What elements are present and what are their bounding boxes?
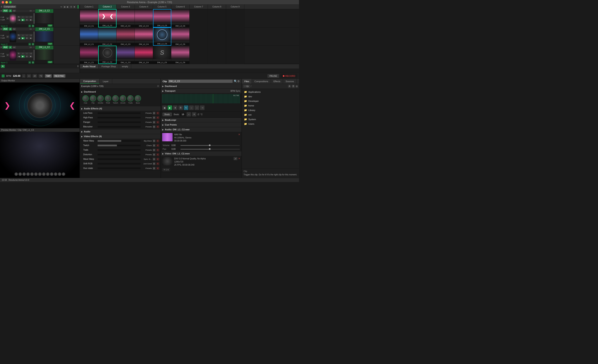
effect-high-pass-b-btn[interactable]: B bbox=[153, 116, 156, 119]
layer2-bwd-btn[interactable]: → bbox=[25, 34, 29, 37]
effect-bitcrusher-b-btn[interactable]: B bbox=[153, 125, 156, 128]
effect-trails-bar[interactable] bbox=[98, 149, 141, 151]
clip-l3c3[interactable]: DW_L3_C3 bbox=[116, 9, 135, 27]
volume-slider-thumb[interactable] bbox=[209, 145, 211, 146]
effect-wave-warp-1-preset[interactable]: Big Wave bbox=[141, 140, 152, 142]
layer1-back-btn[interactable]: ◀ bbox=[17, 55, 21, 58]
effect-low-pass-x-btn[interactable]: ✕ bbox=[156, 112, 159, 114]
effect-trails[interactable]: Trails Presets B ✕ bbox=[80, 148, 160, 152]
files-tab-effects[interactable]: Effects bbox=[271, 79, 283, 84]
audio-remove-btn[interactable]: ✕ bbox=[238, 133, 240, 136]
effect-trails-preset[interactable]: Presets bbox=[141, 149, 152, 151]
nav-pause[interactable]: ⏸ bbox=[70, 5, 73, 8]
minimize-button[interactable] bbox=[5, 1, 8, 4]
files-up-btn[interactable]: ↑ Up bbox=[243, 85, 250, 88]
effect-trails-x-btn[interactable]: ✕ bbox=[156, 149, 159, 152]
effect-low-pass-b-btn[interactable]: B bbox=[153, 112, 156, 114]
effect-twitch-x-btn[interactable]: ✕ bbox=[156, 144, 159, 147]
col-header-7[interactable]: Column 7 bbox=[190, 5, 208, 9]
effect-distortion[interactable]: Distortion Presets B ✕ bbox=[80, 152, 160, 157]
nav-stop[interactable]: ■ bbox=[73, 5, 76, 8]
tab-footage-shop[interactable]: Footage Shop bbox=[99, 64, 119, 68]
beats-minus-btn[interactable]: - bbox=[187, 112, 191, 116]
effect-distortion-x-btn[interactable]: ✕ bbox=[156, 153, 159, 156]
clip-beatloopr-header[interactable]: ▶ BeatLoopr bbox=[161, 118, 241, 122]
layer3-pause-btn[interactable]: ⏸ bbox=[25, 19, 29, 21]
clip-transport-header[interactable]: ▶ Transport BPM Sync bbox=[161, 89, 241, 93]
effect-high-pass-preset[interactable]: Presets bbox=[141, 117, 152, 119]
layer2-b-btn[interactable]: B bbox=[32, 43, 34, 45]
bpm-plus-btn[interactable]: + bbox=[27, 74, 31, 78]
layer2-pause-btn[interactable]: ⏸ bbox=[25, 37, 29, 40]
layer1-vol-slider[interactable] bbox=[33, 50, 35, 60]
clip-cue-header[interactable]: ▶ Cue Points bbox=[161, 122, 241, 127]
bpm-resync-btn[interactable]: RESYNC bbox=[53, 74, 66, 78]
video-remove-btn[interactable]: ✕ bbox=[238, 157, 240, 160]
files-grid-btn[interactable]: ⊞ bbox=[296, 85, 298, 88]
col-header-3[interactable]: Column 3 bbox=[116, 5, 135, 9]
clip-l1c8[interactable] bbox=[208, 46, 226, 64]
layer2-play-btn[interactable]: ▶ bbox=[21, 37, 25, 40]
clip-l2c6[interactable]: DW_L2_C6 bbox=[171, 27, 190, 46]
layer1-b-btn[interactable]: B bbox=[32, 61, 34, 64]
effect-wave-warp-2-preset[interactable]: Sync. D... bbox=[141, 158, 152, 160]
clip-l3c1[interactable]: DW_L3_C1 bbox=[80, 9, 98, 27]
effect-distortion-b-btn[interactable]: B bbox=[153, 153, 156, 156]
effect-twitch[interactable]: Twitch Chaos B ✕ bbox=[80, 143, 160, 148]
layer2-v-btn[interactable]: V bbox=[6, 35, 9, 38]
clip-l3c5[interactable]: DW_L3_C5 bbox=[153, 9, 171, 27]
clip-l1c3[interactable]: DW_L1_C3 bbox=[116, 46, 135, 64]
files-tab-files[interactable]: Files bbox=[242, 79, 252, 84]
col-header-8[interactable]: Column 8 bbox=[208, 5, 226, 9]
files-a-btn[interactable]: A bbox=[288, 85, 291, 88]
layer2-loop-btn[interactable]: ↻ bbox=[17, 34, 21, 37]
effect-flanger-b-btn[interactable]: B bbox=[153, 121, 156, 124]
effect-flanger-preset[interactable]: Presets bbox=[141, 121, 152, 123]
layer2-add-btn[interactable]: Add bbox=[2, 27, 8, 31]
clip-l1c4[interactable]: DW_L1_C4 bbox=[135, 46, 153, 64]
close-button[interactable] bbox=[2, 1, 4, 4]
effect-high-pass[interactable]: High-Pass Presets B ✕ bbox=[80, 115, 160, 120]
maximize-button[interactable] bbox=[9, 1, 12, 4]
knob-hue-control[interactable] bbox=[83, 95, 89, 101]
record-btn[interactable]: RECORD bbox=[281, 74, 297, 78]
effect-shift-rgb-x-btn[interactable]: ✕ bbox=[156, 162, 159, 165]
layer2-av-btn[interactable]: AV bbox=[12, 28, 16, 31]
clip-search-btn[interactable]: 🔍 bbox=[234, 80, 237, 83]
layer3-loop-btn[interactable]: ↻ bbox=[17, 16, 21, 18]
effect-shift-rgb-bar[interactable] bbox=[98, 163, 141, 165]
layer1-stop-btn[interactable]: ■ bbox=[29, 55, 33, 58]
file-dev[interactable]: 📁 dev bbox=[242, 94, 299, 99]
effect-shift-rgb-b-btn[interactable]: B bbox=[153, 162, 156, 165]
pan-slider-thumb[interactable] bbox=[209, 148, 211, 150]
clip-l1c6[interactable]: DW_L1_C6 bbox=[171, 46, 190, 64]
clip-l3c9[interactable] bbox=[226, 9, 244, 27]
clip-settings-btn[interactable]: ⚙ bbox=[237, 80, 240, 83]
bpm-mul2-btn[interactable]: *2 bbox=[39, 74, 43, 78]
layer2-back-btn[interactable]: ◀ bbox=[17, 37, 21, 40]
layer3-play-btn[interactable]: ▶ bbox=[21, 19, 25, 21]
dashboard-header[interactable]: ▶ Dashboard bbox=[81, 89, 159, 94]
file-applications[interactable]: 📁 Applications bbox=[242, 90, 299, 94]
effect-flanger[interactable]: Flanger Presets B ✕ bbox=[80, 120, 160, 124]
file-home[interactable]: 📁 home bbox=[242, 103, 299, 108]
effect-hue-rotate-preset[interactable]: Presets bbox=[141, 167, 152, 169]
tab-composition[interactable]: Composition bbox=[80, 79, 100, 84]
transport-stop-btn[interactable]: R bbox=[178, 105, 183, 110]
bpm-tap-btn[interactable]: TAP bbox=[45, 74, 52, 78]
pan-slider[interactable] bbox=[180, 149, 240, 150]
clip-l3c2[interactable]: ❯ ❮ DW_L3_C2 bbox=[98, 9, 116, 27]
effect-bitcrusher-x-btn[interactable]: ✕ bbox=[156, 125, 159, 128]
transport-end-btn[interactable]: ⊣ bbox=[200, 105, 205, 110]
files-b-btn[interactable]: B bbox=[292, 85, 295, 88]
layer1-bwd-btn[interactable]: → bbox=[25, 52, 29, 55]
knob-twitch-control[interactable] bbox=[112, 95, 119, 101]
effect-distortion-bar[interactable] bbox=[98, 154, 141, 155]
effect-wave-warp-2-b-btn[interactable]: B bbox=[153, 158, 156, 161]
knob-bzzz-control[interactable] bbox=[135, 95, 141, 101]
transport-play-btn[interactable]: ▶ bbox=[167, 105, 172, 110]
effect-trails-b-btn[interactable]: B bbox=[153, 149, 156, 152]
layer3-add-btn[interactable]: Add bbox=[2, 9, 8, 12]
layer2-stop-btn[interactable]: ■ bbox=[29, 37, 33, 40]
file-developer[interactable]: 📁 Developer bbox=[242, 99, 299, 103]
